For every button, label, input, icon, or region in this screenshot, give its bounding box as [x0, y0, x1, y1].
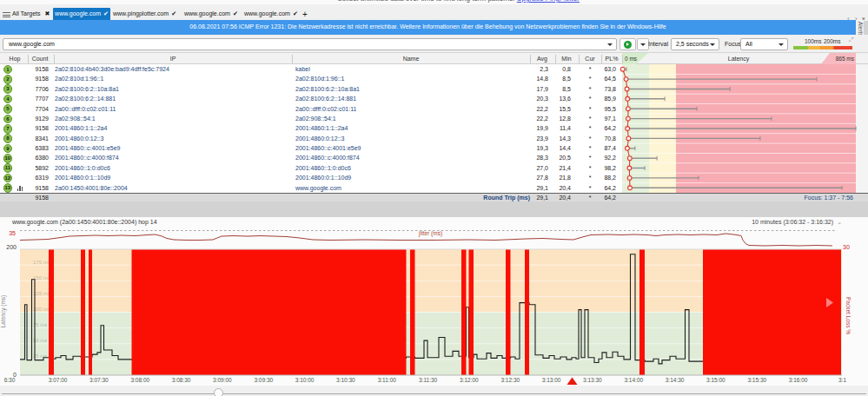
x-tick-label: 3:15:00 — [706, 377, 726, 383]
expand-icon[interactable]: ⤢ — [849, 36, 854, 43]
chevron-down-icon — [640, 43, 646, 46]
start-options-button[interactable] — [637, 38, 649, 50]
interval-value: 2,5 seconds — [676, 41, 709, 47]
footer-min: 20,4 — [545, 195, 571, 201]
latency-scale-legend — [793, 46, 852, 50]
tab-label: www.google.com — [55, 10, 101, 16]
column-divider[interactable] — [579, 55, 580, 63]
tab-label: www.google.com — [244, 10, 290, 16]
column-header-count[interactable]: Count — [14, 56, 66, 62]
timeline-scrollbar-track[interactable] — [2, 393, 866, 395]
column-divider[interactable] — [54, 55, 55, 63]
icmp-error-banner: 06.08.2021 07:56 ICMP Error 1231: Die Ne… — [0, 20, 856, 35]
interval-label: Interval — [648, 41, 668, 47]
legend-200ms-label: 200ms — [824, 38, 841, 44]
check-icon: ✔ — [293, 10, 298, 16]
column-divider[interactable] — [601, 55, 602, 63]
x-tick-label: 3:11:00 — [378, 377, 396, 383]
x-tick-label: 3:15:30 — [747, 377, 766, 383]
tab-bar: All Targets ✖ www.google.com✔www.pingplo… — [0, 4, 868, 20]
column-divider[interactable] — [555, 55, 556, 63]
x-tick-label: 6:30 — [4, 377, 16, 383]
x-tick-label: 3:12:30 — [500, 377, 520, 383]
column-divider[interactable] — [530, 55, 531, 63]
x-tick-label: 3:09:00 — [213, 377, 232, 383]
footer-pl: 64,2 — [590, 195, 616, 201]
latency-scale-max: 865 ms — [819, 56, 854, 62]
timeline-panel: www.google.com (2a00:1450:4001:80e::2004… — [0, 217, 868, 396]
focus-label: Focus — [725, 41, 741, 47]
x-tick-label: 3:09:30 — [254, 377, 273, 383]
x-tick-label: 3:10:30 — [336, 377, 355, 383]
chevron-down-icon — [779, 43, 784, 46]
x-tick-label: 3:14:00 — [624, 377, 643, 383]
tab-all-targets-label: All Targets — [12, 10, 41, 16]
footer-focus: Focus: 1:37 - 7:56 — [740, 195, 853, 201]
upgrade-text: Collect unlimited data over time to find… — [337, 0, 517, 3]
interval-select[interactable]: 2,5 seconds — [671, 38, 719, 50]
close-icon[interactable]: ✖ — [45, 10, 50, 16]
column-divider[interactable] — [292, 55, 293, 63]
check-icon: ✔ — [103, 10, 109, 16]
latency-column-header: 0 msLatency865 ms — [622, 53, 856, 65]
tab-label: www.pingplotter.com — [113, 10, 169, 16]
x-tick-label: 3:11:30 — [419, 377, 437, 383]
tab-label: www.google.com — [184, 10, 230, 16]
target-value: www.google.com — [9, 41, 55, 47]
check-icon: ✔ — [171, 10, 176, 16]
column-header-ip[interactable]: IP — [147, 56, 199, 62]
target-combobox[interactable]: www.google.com — [3, 38, 617, 50]
column-divider[interactable] — [622, 55, 623, 63]
svg-text:100 ms: 100 ms — [33, 307, 50, 312]
check-icon: ✔ — [233, 10, 238, 16]
timeline-scrollbar-thumb[interactable] — [214, 388, 223, 396]
grid-header: 0 msLatency865 msHopCountIPNameAvgMinCur… — [0, 52, 868, 64]
latency-bars-overlay — [0, 64, 868, 193]
x-tick-label: 3:16:00 — [789, 377, 808, 383]
chevron-down-icon — [710, 43, 715, 46]
column-divider[interactable] — [28, 55, 29, 63]
menu-icon[interactable] — [3, 12, 10, 18]
focus-value: All — [745, 41, 752, 47]
x-tick-label: 3:07:00 — [49, 377, 68, 383]
timeline-chart[interactable]: 175 ms150 ms125 ms100 ms75 ms50 ms25 ms — [0, 217, 868, 396]
x-tick-label: 3:13:30 — [583, 377, 602, 383]
chevron-down-icon[interactable] — [607, 43, 613, 46]
x-tick-label: 3:08:00 — [130, 377, 149, 383]
svg-text:125 ms: 125 ms — [33, 291, 50, 296]
toolbar: www.google.com Interval 2,5 seconds Focu… — [0, 35, 868, 53]
legend-100ms-label: 100ms — [805, 38, 822, 44]
footer-count: 9158 — [24, 195, 49, 201]
timeline-scroll-area — [0, 386, 868, 396]
focus-select[interactable]: All — [740, 38, 788, 50]
trace-grid: 0 msLatency865 msHopCountIPNameAvgMinCur… — [0, 52, 868, 201]
column-header-name[interactable]: Name — [385, 56, 437, 62]
upgrade-link[interactable]: Upgrade PingPlotter — [517, 0, 580, 3]
footer-round-trip-label: Round Trip (ms) — [417, 195, 530, 201]
x-tick-label: 3:12:00 — [460, 377, 479, 383]
x-tick-label: 3:13:00 — [542, 377, 561, 383]
x-tick-label: 3:14:30 — [666, 377, 685, 383]
grid-footer: 9158Round Trip (ms)29,120,4*64,2Focus: 1… — [0, 193, 868, 201]
x-tick-label: 3:10:00 — [295, 377, 315, 383]
column-header-latency[interactable]: Latency — [712, 56, 765, 62]
start-button[interactable] — [620, 38, 636, 50]
tab-www.google.com-0[interactable]: www.google.com✔ — [53, 8, 110, 20]
x-tick-label: 3:07:30 — [89, 377, 109, 383]
svg-text:175 ms: 175 ms — [33, 260, 50, 265]
column-header-pl[interactable]: PL% — [586, 56, 638, 62]
x-tick-label: 3:08:30 — [172, 377, 191, 383]
x-tick-label: 3:1 — [838, 377, 846, 383]
pingplotter-window: Collect unlimited data over time to find… — [0, 0, 868, 396]
panel-splitter[interactable] — [0, 201, 868, 217]
svg-text:150 ms: 150 ms — [33, 275, 50, 280]
